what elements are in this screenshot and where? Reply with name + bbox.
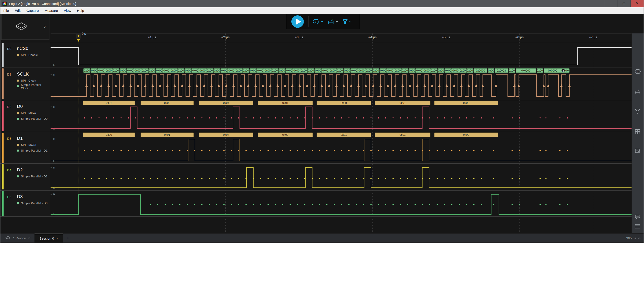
tick-label-2us: +2 µs bbox=[221, 35, 230, 39]
capture-settings-control[interactable]: 1F bbox=[312, 19, 323, 25]
svg-text:0x00: 0x00 bbox=[282, 133, 288, 136]
svg-text:0x04: 0x04 bbox=[223, 133, 229, 136]
maximize-button[interactable]: ▢ bbox=[617, 0, 630, 7]
timing-scale-control[interactable]: 365 ns bbox=[626, 236, 640, 240]
minimize-button[interactable]: – bbox=[604, 0, 617, 7]
analyzer-dot-icon bbox=[17, 85, 19, 87]
chevron-down-icon bbox=[320, 21, 323, 23]
capture-settings-rail-button[interactable]: 1F bbox=[635, 69, 641, 75]
menu-measure[interactable]: Measure bbox=[42, 7, 61, 14]
extensions-rail-button[interactable] bbox=[635, 129, 640, 136]
menu-help[interactable]: Help bbox=[74, 7, 87, 14]
play-button[interactable] bbox=[291, 15, 304, 28]
svg-text:0x00: 0x00 bbox=[178, 69, 184, 72]
tick-label-3us: +3 µs bbox=[295, 35, 303, 39]
close-button[interactable]: ✕ bbox=[630, 0, 644, 7]
channel-card-D2[interactable]: D2D0SPI - MISOSimple Parallel - D0 bbox=[1, 100, 50, 132]
waveform-D3[interactable]: HL0x000x010x040x000x010x010x00 bbox=[50, 132, 633, 164]
svg-text:0x00: 0x00 bbox=[98, 69, 104, 72]
main-menu-rail-button[interactable] bbox=[635, 223, 640, 230]
channel-card-D5[interactable]: D5D3Simple Parallel - D3 bbox=[1, 191, 50, 216]
svg-text:0x00: 0x00 bbox=[134, 69, 140, 72]
analyzer-label: Simple Parallel - D1 bbox=[21, 149, 48, 152]
chevron-down-icon bbox=[28, 237, 30, 239]
analyzer-chip[interactable]: SPI - Enable bbox=[17, 53, 38, 57]
analyzer-label: SPI - MISO bbox=[21, 111, 36, 115]
analyzer-dot-icon bbox=[17, 112, 19, 114]
analyzer-chip[interactable]: Simple Parallel - D3 bbox=[17, 201, 48, 205]
analyzer-label: SPI - Clock bbox=[21, 79, 36, 82]
hex-1f-icon: 1F bbox=[312, 19, 319, 25]
filter-control[interactable] bbox=[342, 19, 352, 24]
channel-color-bar bbox=[2, 191, 4, 216]
svg-text:0x00: 0x00 bbox=[330, 69, 336, 72]
svg-text:0x00: 0x00 bbox=[322, 69, 328, 72]
analyzer-chip[interactable]: Simple Parallel - D0 bbox=[17, 117, 48, 121]
svg-text:0x00: 0x00 bbox=[250, 69, 256, 72]
analyzer-chip[interactable]: SPI - Clock bbox=[17, 79, 50, 83]
hamburger-menu-icon bbox=[635, 223, 640, 229]
channel-card-D3[interactable]: D3D1SPI - MOSISimple Parallel - D1 bbox=[1, 132, 50, 163]
scale-label: 365 ns bbox=[626, 236, 636, 240]
session-tab[interactable]: Session 0 × bbox=[34, 234, 63, 242]
analyzer-chip[interactable]: Simple Parallel - D2 bbox=[17, 174, 48, 178]
waveform-D1[interactable]: HL0x000x000x000x000x000x000x000x000x000x… bbox=[50, 68, 633, 101]
trigger-arrow-icon bbox=[77, 39, 80, 42]
new-session-button[interactable]: + bbox=[66, 235, 69, 241]
waveform-D2[interactable]: HL0x010x000x040x010x000x010x00 bbox=[50, 100, 633, 133]
filters-rail-button[interactable] bbox=[635, 108, 640, 115]
channel-name-label: D2 bbox=[17, 167, 48, 172]
analyzer-chip[interactable]: SPI - MISO bbox=[17, 111, 48, 115]
titlebar: Logic 2 [Logic Pro 8 - Connected] [Sessi… bbox=[0, 0, 644, 7]
measurement-control[interactable]: 3 + bbox=[328, 19, 338, 25]
row-separator bbox=[0, 190, 633, 191]
waveform-D0[interactable]: HL bbox=[50, 42, 633, 68]
menu-view[interactable]: View bbox=[61, 7, 74, 14]
svg-text:0x00: 0x00 bbox=[91, 69, 97, 72]
logic2-window: Logic 2 [Logic Pro 8 - Connected] [Sessi… bbox=[0, 0, 644, 243]
channel-name-label: D3 bbox=[17, 194, 48, 199]
hex-1f-icon: 1F bbox=[635, 69, 641, 75]
svg-text:0x00: 0x00 bbox=[344, 69, 350, 72]
svg-text:0x00: 0x00 bbox=[265, 69, 271, 72]
svg-text:0x00: 0x00 bbox=[163, 69, 169, 72]
analyzer-chip[interactable]: Simple Parallel - Clock bbox=[17, 85, 50, 88]
menu-capture[interactable]: Capture bbox=[24, 7, 42, 14]
svg-text:0x00: 0x00 bbox=[438, 69, 444, 72]
svg-text:0x00: 0x00 bbox=[156, 69, 162, 72]
waveform-D4[interactable]: HL bbox=[50, 164, 633, 191]
channel-color-bar bbox=[2, 68, 4, 99]
svg-text:0x00: 0x00 bbox=[120, 69, 126, 72]
svg-text:0x00: 0x00 bbox=[445, 69, 451, 72]
analyzer-dot-icon bbox=[17, 144, 19, 146]
menu-file[interactable]: File bbox=[0, 7, 12, 14]
notes-rail-button[interactable] bbox=[635, 148, 640, 155]
channel-id-label: D2 bbox=[7, 105, 11, 109]
analyzer-chip[interactable]: SPI - MOSI bbox=[17, 143, 48, 147]
svg-text:0x00: 0x00 bbox=[149, 69, 155, 72]
waveform-D5[interactable]: HL bbox=[50, 191, 633, 217]
measurements-rail-button[interactable]: 3 bbox=[635, 89, 641, 95]
device-panel[interactable]: › bbox=[1, 14, 50, 40]
tick-label-6us: +6 µs bbox=[515, 35, 524, 39]
expand-chevron-icon[interactable]: › bbox=[44, 24, 46, 30]
menu-edit[interactable]: Edit bbox=[12, 7, 24, 14]
svg-text:0x00: 0x00 bbox=[84, 69, 90, 72]
svg-text:H: H bbox=[53, 193, 55, 196]
device-selector[interactable]: 1 Device bbox=[5, 236, 34, 240]
channel-card-D0[interactable]: D0nCS0SPI - Enable bbox=[1, 42, 50, 68]
analyzer-chip[interactable]: Simple Parallel - D1 bbox=[17, 149, 48, 152]
svg-text:2: 2 bbox=[562, 69, 564, 72]
row-separator bbox=[0, 164, 633, 164]
tab-close-icon[interactable]: × bbox=[56, 236, 58, 240]
svg-text:0x00: 0x00 bbox=[106, 133, 112, 136]
channel-card-D1[interactable]: D1SCLKSPI - ClockSimple Parallel - Clock bbox=[1, 68, 50, 100]
svg-text:0x00: 0x00 bbox=[402, 69, 408, 72]
trigger-marker[interactable]: T bbox=[76, 34, 81, 39]
channel-card-D4[interactable]: D4D2Simple Parallel - D2 bbox=[1, 164, 50, 190]
analyzer-dot-icon bbox=[17, 80, 19, 82]
tick-label-4us: +4 µs bbox=[368, 35, 376, 39]
analyzer-label: Simple Parallel - D0 bbox=[21, 117, 48, 120]
svg-text:0x00: 0x00 bbox=[192, 69, 198, 72]
chat-rail-button[interactable] bbox=[635, 214, 640, 221]
